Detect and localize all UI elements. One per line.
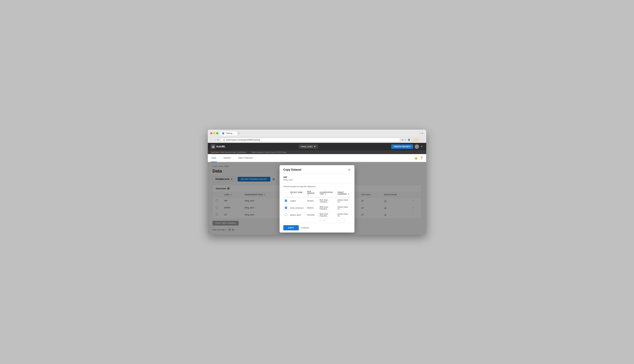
refresh-button[interactable]: ↻ [217,139,219,141]
modal-date-ecg001: 9/1/2021 [306,197,318,204]
url-text: automl.qeexo.com/project/45867/training [226,139,260,141]
classification-sort-icon: ⇅ [325,194,326,195]
modal-hardware-ecg001: Arduino Nano 33 ... [336,197,351,204]
modal-checkbox-gesture[interactable] [285,214,287,216]
maximize-button[interactable] [216,132,218,134]
modal-date-col-label: DATE CREATED [307,191,314,194]
back-button[interactable]: ← [210,139,212,141]
tab-bar: Training ✕ + [220,131,417,135]
nav-right-icons: 🔔 ❓ [414,156,423,160]
help-icon[interactable]: ❓ [420,156,423,160]
grid-icon[interactable]: ⊞ [402,139,404,141]
modal-close-button[interactable]: ✕ [348,168,351,172]
modal-project-col-label: PROJECT NAME [290,192,302,193]
url-bar[interactable]: 🔒 automl.qeexo.com/project/45867/trainin… [220,138,400,142]
application-label: Application: Multi-Class Anomaly Classif… [211,151,246,153]
app-logo: 🤖 AutoML [211,144,226,149]
title-bar: Training ✕ + — [208,130,426,137]
modal-instruction: Choose location to copy this dataset to: [283,186,351,188]
modal-dataset-info: AIR living_room [280,174,354,183]
window-controls[interactable]: — [419,132,424,134]
modal-row-home: home 8/16/2021 Multi-Class Anomaly ... A… [283,218,351,221]
modal-col-project[interactable]: PROJECT NAME ⇅ [288,190,306,197]
project-selector[interactable]: cheat_codes ▼ [299,144,318,149]
modal-classification-home: Multi-Class Anomaly ... [318,218,336,221]
user-avatar[interactable] [415,144,419,149]
dropdown-icon: ▼ [314,145,316,148]
copy-button[interactable]: COPY [283,225,299,230]
tab-close-icon[interactable]: ✕ [234,132,235,134]
app-header: 🤖 AutoML cheat_codes ▼ CREATE PROJECT ▼ [208,143,426,150]
modal-classification-ecg001: Multi-Class Classifica... [318,197,336,204]
modal-hardware-gesture: Arduino Nano 33 ... [336,211,351,218]
logo-icon: 🤖 [211,144,215,149]
tab-data[interactable]: Data [211,154,217,162]
modal-row-ecg001: ecg001 9/1/2021 Multi-Class Classifica..… [283,197,351,204]
hardware-sort-icon: ⇅ [348,194,349,195]
modal-row-gesture-demo: gesture_demo 9/21/2021 Multi-Class Class… [283,211,351,218]
modal-header: Copy Dataset ✕ [280,165,354,174]
modal-title: Copy Dataset [283,168,301,172]
traffic-lights [210,132,218,134]
browser-tab-training[interactable]: Training ✕ [220,131,237,135]
minimize-button[interactable] [213,132,215,134]
modal-body: Choose location to copy this dataset to:… [280,183,354,223]
modal-checkbox-ecg001[interactable] [285,200,287,202]
star-icon[interactable]: ☆ [405,139,406,141]
logo-text: AutoML [216,145,226,148]
modal-classification-gesture: Multi-Class Classifica... [318,211,336,218]
browser-window: Training ✕ + — ← → ↻ 🔒 automl.qeexo.com/… [208,130,426,234]
modal-classification-col-label: CLASSIFICATION TYPE [320,192,332,195]
modal-projects-table: PROJECT NAME ⇅ DATE CREATED ⇅ CLASSIFICA… [283,190,351,221]
tab-data-collection[interactable]: Data Collection [238,154,254,162]
nav-tabs: Data Models Data Collection 🔔 ❓ [208,154,426,162]
new-tab-button[interactable]: + [238,132,240,134]
modal-classification-event: Multi-Class Classifica... [318,204,336,211]
modal-hardware-home: Arduino Nano 33 ... [336,218,351,221]
tab-favicon [222,132,224,134]
modal-hardware-col-label: TARGET HARDWARE [338,192,347,195]
address-bar: ← → ↻ 🔒 automl.qeexo.com/project/45867/t… [208,137,426,143]
forward-button[interactable]: → [214,139,216,141]
modal-hardware-event: Arduino Nano 33 ... [336,204,351,211]
target-hardware-label: Target Hardware: Arduino Nano 33 BLE Sen… [251,151,286,153]
modal-col-date[interactable]: DATE CREATED ⇅ [306,190,318,197]
user-dropdown-icon[interactable]: ▼ [420,145,423,148]
modal-checkbox-event[interactable] [285,207,287,209]
modal-scroll-area[interactable]: PROJECT NAME ⇅ DATE CREATED ⇅ CLASSIFICA… [283,190,351,221]
copy-dataset-modal: Copy Dataset ✕ AIR living_room Choose lo… [280,165,354,232]
tab-title: Training [226,132,232,134]
modal-project-event: event_continuous [288,204,306,211]
date-sort-icon: ⇅ [308,194,309,196]
tab-models[interactable]: Models [223,154,231,162]
lock-icon: 🔒 [223,139,225,141]
nav-buttons: ← → ↻ [210,139,219,141]
modal-date-home: 8/16/2021 [306,218,318,221]
modal-select-col [283,190,288,197]
project-sort-icon: ⇅ [291,194,292,195]
create-project-button[interactable]: CREATE PROJECT [391,144,413,149]
notification-icon[interactable]: 🔔 [414,156,418,160]
update-button[interactable]: Update [412,138,420,142]
cancel-button[interactable]: CANCEL [301,226,310,229]
project-name: cheat_codes [301,145,312,148]
dataset-env: living_room [283,179,351,181]
header-actions: CREATE PROJECT ▼ [391,144,423,149]
dataset-name: AIR [283,176,351,178]
modal-date-gesture: 9/21/2021 [306,211,318,218]
modal-project-home: home [288,218,306,221]
modal-overlay: Copy Dataset ✕ AIR living_room Choose lo… [208,162,426,234]
profile-icon[interactable]: 👤 [408,139,410,141]
info-bar: Application: Multi-Class Anomaly Classif… [208,150,426,154]
address-actions: ⊞ ☆ 👤 Update ⋮ [402,138,424,142]
modal-project-ecg001: ecg001 [288,197,306,204]
modal-project-gesture: gesture_demo [288,211,306,218]
modal-row-event-continuous: event_continuous 9/6/2021 Multi-Class Cl… [283,204,351,211]
modal-date-event: 9/6/2021 [306,204,318,211]
close-button[interactable] [210,132,212,134]
modal-col-classification[interactable]: CLASSIFICATION TYPE ⇅ [318,190,336,197]
more-browser-icon[interactable]: ⋮ [422,139,424,141]
modal-col-hardware[interactable]: TARGET HARDWARE ⇅ [336,190,351,197]
main-content: cheat_codes / Data Data TRAINING DATA ▼ … [208,162,426,234]
modal-footer: COPY CANCEL [280,223,354,232]
